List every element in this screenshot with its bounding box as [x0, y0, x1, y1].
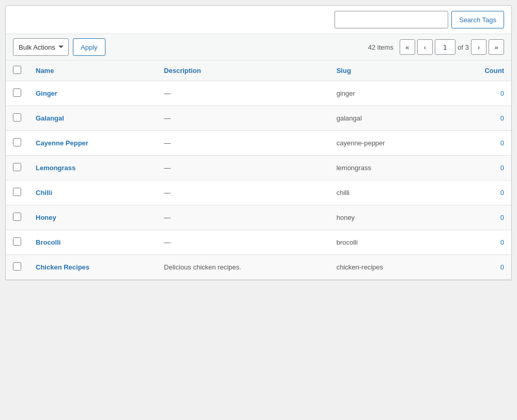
- tag-name-link[interactable]: Honey: [36, 214, 56, 221]
- row-checkbox[interactable]: [13, 138, 21, 146]
- row-count: 0: [448, 205, 511, 230]
- row-checkbox[interactable]: [13, 213, 21, 221]
- row-description: —: [157, 181, 329, 205]
- table-row: Chicken Recipes Delicious chicken recipe…: [6, 255, 511, 280]
- last-page-button[interactable]: »: [489, 39, 504, 55]
- row-slug: brocolli: [329, 230, 448, 255]
- row-checkbox[interactable]: [13, 262, 21, 271]
- row-count: 0: [448, 230, 511, 255]
- row-checkbox-cell: [6, 230, 28, 255]
- row-count: 0: [448, 181, 511, 205]
- row-slug: cayenne-pepper: [329, 131, 448, 156]
- page-of-label: of: [458, 43, 463, 51]
- column-description[interactable]: Description: [157, 61, 329, 81]
- table-row: Chilli — chilli 0: [6, 181, 511, 205]
- row-checkbox-cell: [6, 131, 28, 156]
- row-checkbox-cell: [6, 205, 28, 230]
- row-count: 0: [448, 156, 511, 181]
- row-name: Lemongrass: [28, 156, 157, 181]
- tags-table: Name Description Slug Count Ginger — gin…: [6, 61, 511, 280]
- row-checkbox-cell: [6, 81, 28, 106]
- row-checkbox[interactable]: [13, 163, 21, 171]
- row-description: Delicious chicken recipes.: [157, 255, 329, 280]
- top-bar: Search Tags: [6, 6, 511, 34]
- row-checkbox[interactable]: [13, 188, 21, 196]
- search-input[interactable]: [334, 11, 448, 28]
- row-description: —: [157, 205, 329, 230]
- pagination: « ‹ of 3 › »: [400, 39, 504, 55]
- apply-button[interactable]: Apply: [73, 38, 105, 56]
- row-checkbox[interactable]: [13, 88, 21, 97]
- row-name: Chilli: [28, 181, 157, 205]
- row-description: —: [157, 131, 329, 156]
- row-checkbox[interactable]: [13, 237, 21, 246]
- tag-name-link[interactable]: Brocolli: [36, 238, 60, 246]
- tag-name-link[interactable]: Ginger: [36, 89, 57, 97]
- table-header-row: Name Description Slug Count: [6, 61, 511, 81]
- row-slug: honey: [329, 205, 448, 230]
- next-page-button[interactable]: ›: [471, 39, 486, 55]
- page-number-input[interactable]: [435, 39, 455, 55]
- column-slug[interactable]: Slug: [329, 61, 448, 81]
- page-total: 3: [465, 43, 469, 51]
- left-actions: Bulk Actions Delete Edit Apply: [13, 38, 105, 56]
- bulk-actions-select[interactable]: Bulk Actions Delete Edit: [13, 38, 69, 56]
- column-count[interactable]: Count: [448, 61, 511, 81]
- right-actions: 42 items « ‹ of 3 › »: [368, 39, 504, 55]
- table-row: Galangal — galangal 0: [6, 106, 511, 131]
- row-name: Honey: [28, 205, 157, 230]
- row-slug: ginger: [329, 81, 448, 106]
- table-row: Lemongrass — lemongrass 0: [6, 156, 511, 181]
- table-row: Ginger — ginger 0: [6, 81, 511, 106]
- select-all-checkbox[interactable]: [13, 66, 21, 74]
- row-count: 0: [448, 81, 511, 106]
- search-area: Search Tags: [334, 11, 504, 28]
- row-description: —: [157, 230, 329, 255]
- items-count: 42 items: [368, 43, 393, 51]
- tag-name-link[interactable]: Cayenne Pepper: [36, 139, 88, 147]
- table-row: Cayenne Pepper — cayenne-pepper 0: [6, 131, 511, 156]
- row-checkbox-cell: [6, 156, 28, 181]
- row-count: 0: [448, 131, 511, 156]
- row-name: Ginger: [28, 81, 157, 106]
- row-slug: lemongrass: [329, 156, 448, 181]
- table-row: Brocolli — brocolli 0: [6, 230, 511, 255]
- row-slug: galangal: [329, 106, 448, 131]
- tag-name-link[interactable]: Chilli: [36, 189, 52, 197]
- tag-name-link[interactable]: Lemongrass: [36, 164, 75, 172]
- main-container: Search Tags Bulk Actions Delete Edit App…: [5, 5, 512, 280]
- actions-bar: Bulk Actions Delete Edit Apply 42 items …: [6, 34, 511, 61]
- row-name: Brocolli: [28, 230, 157, 255]
- select-all-column: [6, 61, 28, 81]
- row-description: —: [157, 106, 329, 131]
- first-page-button[interactable]: «: [400, 39, 415, 55]
- row-description: —: [157, 156, 329, 181]
- row-checkbox-cell: [6, 106, 28, 131]
- row-count: 0: [448, 255, 511, 280]
- row-checkbox-cell: [6, 255, 28, 280]
- row-checkbox-cell: [6, 181, 28, 205]
- row-name: Galangal: [28, 106, 157, 131]
- search-tags-button[interactable]: Search Tags: [451, 11, 504, 28]
- row-slug: chilli: [329, 181, 448, 205]
- tag-name-link[interactable]: Chicken Recipes: [36, 263, 89, 271]
- row-slug: chicken-recipes: [329, 255, 448, 280]
- tag-name-link[interactable]: Galangal: [36, 114, 64, 122]
- prev-page-button[interactable]: ‹: [417, 39, 433, 55]
- table-row: Honey — honey 0: [6, 205, 511, 230]
- row-count: 0: [448, 106, 511, 131]
- column-name[interactable]: Name: [28, 61, 157, 81]
- row-name: Cayenne Pepper: [28, 131, 157, 156]
- row-description: —: [157, 81, 329, 106]
- row-checkbox[interactable]: [13, 113, 21, 122]
- row-name: Chicken Recipes: [28, 255, 157, 280]
